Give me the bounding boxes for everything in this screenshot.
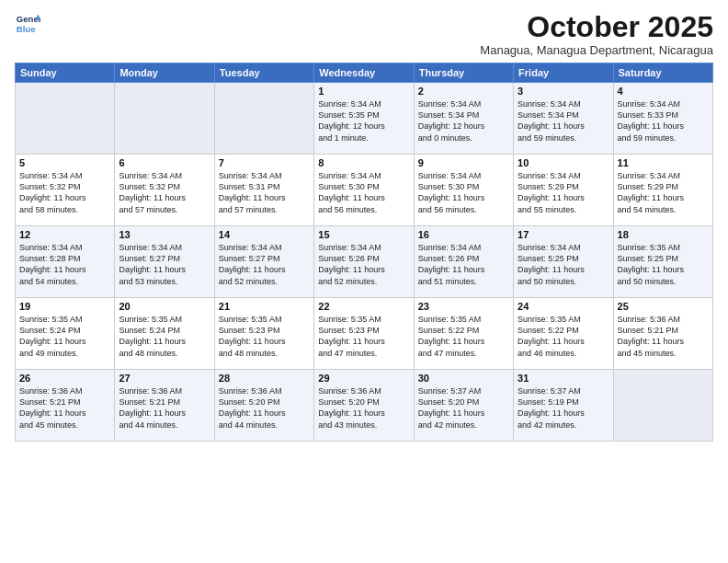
calendar-cell: 28Sunrise: 5:36 AM Sunset: 5:20 PM Dayli…: [214, 370, 313, 442]
calendar-cell: [613, 370, 712, 442]
day-info: Sunrise: 5:34 AM Sunset: 5:28 PM Dayligh…: [19, 242, 110, 287]
day-info: Sunrise: 5:34 AM Sunset: 5:27 PM Dayligh…: [119, 242, 210, 287]
day-info: Sunrise: 5:35 AM Sunset: 5:23 PM Dayligh…: [219, 314, 310, 359]
day-info: Sunrise: 5:35 AM Sunset: 5:23 PM Dayligh…: [318, 314, 409, 359]
day-number: 8: [318, 157, 409, 168]
col-friday: Friday: [514, 63, 613, 83]
header-row: Sunday Monday Tuesday Wednesday Thursday…: [16, 63, 713, 83]
day-number: 15: [318, 229, 409, 240]
calendar-cell: 10Sunrise: 5:34 AM Sunset: 5:29 PM Dayli…: [514, 155, 613, 226]
day-info: Sunrise: 5:34 AM Sunset: 5:29 PM Dayligh…: [618, 170, 709, 215]
calendar-cell: 4Sunrise: 5:34 AM Sunset: 5:33 PM Daylig…: [613, 83, 712, 155]
day-number: 11: [618, 157, 709, 168]
day-number: 4: [618, 86, 709, 97]
day-info: Sunrise: 5:34 AM Sunset: 5:25 PM Dayligh…: [518, 242, 609, 287]
day-number: 25: [618, 301, 709, 312]
month-title: October 2025: [480, 11, 713, 43]
calendar-cell: 2Sunrise: 5:34 AM Sunset: 5:34 PM Daylig…: [414, 83, 513, 155]
calendar-week-3: 12Sunrise: 5:34 AM Sunset: 5:28 PM Dayli…: [16, 226, 713, 298]
calendar-cell: [115, 83, 214, 155]
day-info: Sunrise: 5:34 AM Sunset: 5:26 PM Dayligh…: [318, 242, 409, 287]
calendar-week-4: 19Sunrise: 5:35 AM Sunset: 5:24 PM Dayli…: [16, 298, 713, 370]
calendar-cell: 26Sunrise: 5:36 AM Sunset: 5:21 PM Dayli…: [16, 370, 115, 442]
day-info: Sunrise: 5:34 AM Sunset: 5:29 PM Dayligh…: [518, 170, 609, 215]
calendar-cell: 22Sunrise: 5:35 AM Sunset: 5:23 PM Dayli…: [314, 298, 414, 370]
day-info: Sunrise: 5:37 AM Sunset: 5:19 PM Dayligh…: [518, 385, 609, 431]
day-info: Sunrise: 5:36 AM Sunset: 5:21 PM Dayligh…: [119, 385, 210, 431]
calendar-cell: 9Sunrise: 5:34 AM Sunset: 5:30 PM Daylig…: [414, 155, 513, 226]
day-number: 3: [518, 86, 609, 97]
day-number: 27: [119, 373, 210, 384]
day-number: 24: [518, 301, 609, 312]
logo: General Blue: [15, 11, 40, 37]
day-number: 18: [618, 229, 709, 240]
day-number: 7: [219, 157, 310, 168]
calendar-cell: 14Sunrise: 5:34 AM Sunset: 5:27 PM Dayli…: [214, 226, 313, 298]
day-number: 14: [219, 229, 310, 240]
day-number: 6: [119, 157, 210, 168]
calendar-cell: 31Sunrise: 5:37 AM Sunset: 5:19 PM Dayli…: [514, 370, 613, 442]
day-number: 20: [119, 301, 210, 312]
col-thursday: Thursday: [414, 63, 513, 83]
day-number: 5: [19, 157, 110, 168]
day-number: 29: [318, 373, 409, 384]
day-number: 12: [19, 229, 110, 240]
day-info: Sunrise: 5:35 AM Sunset: 5:24 PM Dayligh…: [119, 314, 210, 359]
page: General Blue October 2025 Managua, Manag…: [0, 0, 728, 563]
day-info: Sunrise: 5:35 AM Sunset: 5:22 PM Dayligh…: [518, 314, 609, 359]
calendar-cell: [16, 83, 115, 155]
day-info: Sunrise: 5:34 AM Sunset: 5:34 PM Dayligh…: [518, 98, 609, 144]
day-number: 10: [518, 157, 609, 168]
calendar-cell: 1Sunrise: 5:34 AM Sunset: 5:35 PM Daylig…: [314, 83, 414, 155]
day-info: Sunrise: 5:34 AM Sunset: 5:30 PM Dayligh…: [318, 170, 409, 215]
svg-text:Blue: Blue: [17, 24, 36, 34]
day-info: Sunrise: 5:36 AM Sunset: 5:21 PM Dayligh…: [19, 385, 110, 431]
calendar-cell: 21Sunrise: 5:35 AM Sunset: 5:23 PM Dayli…: [214, 298, 313, 370]
day-info: Sunrise: 5:34 AM Sunset: 5:33 PM Dayligh…: [618, 98, 709, 144]
day-info: Sunrise: 5:35 AM Sunset: 5:25 PM Dayligh…: [618, 242, 709, 287]
day-info: Sunrise: 5:35 AM Sunset: 5:22 PM Dayligh…: [418, 314, 509, 359]
day-number: 22: [318, 301, 409, 312]
calendar-cell: 3Sunrise: 5:34 AM Sunset: 5:34 PM Daylig…: [514, 83, 613, 155]
day-number: 31: [518, 373, 609, 384]
calendar-cell: 24Sunrise: 5:35 AM Sunset: 5:22 PM Dayli…: [514, 298, 613, 370]
col-saturday: Saturday: [613, 63, 712, 83]
title-block: October 2025 Managua, Managua Department…: [480, 11, 713, 57]
calendar-week-1: 1Sunrise: 5:34 AM Sunset: 5:35 PM Daylig…: [16, 83, 713, 155]
day-number: 16: [418, 229, 509, 240]
calendar-cell: 7Sunrise: 5:34 AM Sunset: 5:31 PM Daylig…: [214, 155, 313, 226]
calendar-cell: 8Sunrise: 5:34 AM Sunset: 5:30 PM Daylig…: [314, 155, 414, 226]
calendar-cell: 30Sunrise: 5:37 AM Sunset: 5:20 PM Dayli…: [414, 370, 513, 442]
day-info: Sunrise: 5:34 AM Sunset: 5:35 PM Dayligh…: [318, 98, 409, 144]
day-number: 21: [219, 301, 310, 312]
day-number: 17: [518, 229, 609, 240]
day-info: Sunrise: 5:35 AM Sunset: 5:24 PM Dayligh…: [19, 314, 110, 359]
day-info: Sunrise: 5:36 AM Sunset: 5:20 PM Dayligh…: [318, 385, 409, 431]
day-info: Sunrise: 5:34 AM Sunset: 5:31 PM Dayligh…: [219, 170, 310, 215]
day-number: 13: [119, 229, 210, 240]
day-info: Sunrise: 5:34 AM Sunset: 5:32 PM Dayligh…: [119, 170, 210, 215]
day-info: Sunrise: 5:34 AM Sunset: 5:34 PM Dayligh…: [418, 98, 509, 144]
calendar-cell: 15Sunrise: 5:34 AM Sunset: 5:26 PM Dayli…: [314, 226, 414, 298]
calendar-cell: 25Sunrise: 5:36 AM Sunset: 5:21 PM Dayli…: [613, 298, 712, 370]
calendar-cell: 6Sunrise: 5:34 AM Sunset: 5:32 PM Daylig…: [115, 155, 214, 226]
col-tuesday: Tuesday: [214, 63, 313, 83]
calendar-cell: 16Sunrise: 5:34 AM Sunset: 5:26 PM Dayli…: [414, 226, 513, 298]
calendar-cell: 19Sunrise: 5:35 AM Sunset: 5:24 PM Dayli…: [16, 298, 115, 370]
header: General Blue October 2025 Managua, Manag…: [15, 11, 713, 57]
calendar-cell: 13Sunrise: 5:34 AM Sunset: 5:27 PM Dayli…: [115, 226, 214, 298]
calendar-week-5: 26Sunrise: 5:36 AM Sunset: 5:21 PM Dayli…: [16, 370, 713, 442]
day-number: 2: [418, 86, 509, 97]
day-number: 9: [418, 157, 509, 168]
day-number: 19: [19, 301, 110, 312]
calendar-cell: 18Sunrise: 5:35 AM Sunset: 5:25 PM Dayli…: [613, 226, 712, 298]
calendar-cell: [214, 83, 313, 155]
calendar-cell: 20Sunrise: 5:35 AM Sunset: 5:24 PM Dayli…: [115, 298, 214, 370]
day-number: 26: [19, 373, 110, 384]
day-number: 23: [418, 301, 509, 312]
calendar: Sunday Monday Tuesday Wednesday Thursday…: [15, 63, 713, 442]
calendar-cell: 23Sunrise: 5:35 AM Sunset: 5:22 PM Dayli…: [414, 298, 513, 370]
calendar-week-2: 5Sunrise: 5:34 AM Sunset: 5:32 PM Daylig…: [16, 155, 713, 226]
calendar-cell: 29Sunrise: 5:36 AM Sunset: 5:20 PM Dayli…: [314, 370, 414, 442]
logo-icon: General Blue: [15, 11, 40, 37]
